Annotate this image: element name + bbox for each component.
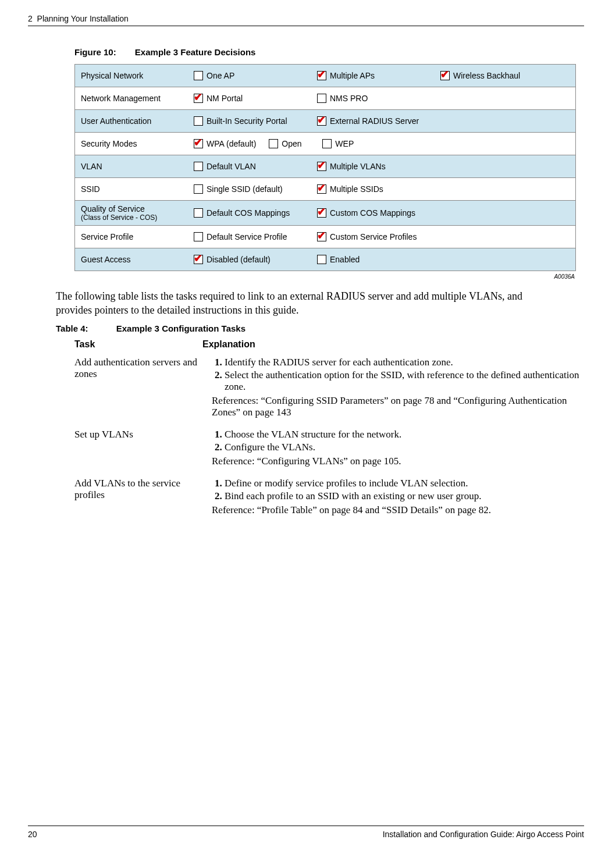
header-task: Task xyxy=(74,339,202,350)
decision-option-label: NMS PRO xyxy=(330,94,368,103)
config-task-reference: Reference: “Profile Table” on page 84 an… xyxy=(212,504,581,516)
config-task-step: Define or modify service profiles to inc… xyxy=(225,478,581,489)
decision-row-label-text: Security Modes xyxy=(81,139,137,148)
decision-row-label: Network Management xyxy=(75,90,191,106)
decision-option: Multiple VLANs xyxy=(317,162,428,171)
config-task-step: Configure the VLANs. xyxy=(225,442,581,453)
config-task-step: Select the authentication option for the… xyxy=(225,369,581,393)
checkbox-checked-icon xyxy=(317,232,326,241)
config-task-explanation: Identify the RADIUS server for each auth… xyxy=(212,357,581,418)
checkbox-unchecked-icon xyxy=(317,94,326,103)
checkbox-unchecked-icon xyxy=(194,162,203,171)
config-task-steps: Identify the RADIUS server for each auth… xyxy=(212,357,581,393)
decision-option-label: Default COS Mappings xyxy=(207,208,290,218)
decision-option: Disabled (default) xyxy=(194,255,304,264)
config-task-steps: Define or modify service profiles to inc… xyxy=(212,478,581,502)
decision-row-label-text: VLAN xyxy=(81,162,102,171)
decision-option-label: WEP xyxy=(335,139,354,148)
decision-option-label: Multiple VLANs xyxy=(330,162,386,171)
decision-option-label: Wireless Backhaul xyxy=(453,71,520,80)
decision-row: Guest AccessDisabled (default)Enabled xyxy=(75,248,575,271)
decision-option-label: One AP xyxy=(207,71,234,80)
decision-option-label: Built-In Security Portal xyxy=(207,116,287,126)
checkbox-checked-icon xyxy=(194,255,203,264)
checkbox-unchecked-icon xyxy=(317,255,326,264)
decision-row-options: NM PortalNMS PRO xyxy=(191,90,575,106)
config-task-reference: Reference: “Configuring VLANs” on page 1… xyxy=(212,456,581,467)
doc-title: Installation and Configuration Guide: Ai… xyxy=(383,830,584,839)
checkbox-checked-icon xyxy=(317,208,326,218)
config-task-step: Identify the RADIUS server for each auth… xyxy=(225,357,581,368)
checkbox-unchecked-icon xyxy=(194,232,203,241)
config-task-explanation: Define or modify service profiles to inc… xyxy=(212,478,581,516)
checkbox-checked-icon xyxy=(194,139,203,148)
decision-option: One AP xyxy=(194,71,304,80)
decision-option-label: External RADIUS Server xyxy=(330,116,419,126)
decision-row-label: Quality of Service(Class of Service - CO… xyxy=(75,201,191,225)
page-number: 20 xyxy=(28,830,37,839)
decision-option: WPA (default) xyxy=(194,139,256,148)
config-task-row: Set up VLANsChoose the VLAN structure fo… xyxy=(74,425,581,474)
config-task-name: Add VLANs to the service profiles xyxy=(74,478,212,516)
checkbox-unchecked-icon xyxy=(194,184,203,194)
checkbox-checked-icon xyxy=(317,71,326,80)
checkbox-unchecked-icon xyxy=(322,139,332,148)
config-task-row: Add authentication servers and zonesIden… xyxy=(74,353,581,425)
decision-option-label: Custom Service Profiles xyxy=(330,232,417,241)
config-task-reference: References: “Configuring SSID Parameters… xyxy=(212,395,581,418)
config-task-row: Add VLANs to the service profilesDefine … xyxy=(74,474,581,523)
decision-option: WEP xyxy=(322,139,433,148)
decision-row-label-text: User Authentication xyxy=(81,116,151,126)
decision-option-label: Default Service Profile xyxy=(207,232,287,241)
decision-option: Open xyxy=(269,139,309,148)
chapter-title: Planning Your Installation xyxy=(37,14,129,23)
decision-option-label: Multiple APs xyxy=(330,71,375,80)
page-header: 2 Planning Your Installation xyxy=(28,14,584,26)
checkbox-unchecked-icon xyxy=(269,139,278,148)
config-task-step: Bind each profile to an SSID with an exi… xyxy=(225,490,581,502)
decision-row-options: Disabled (default)Enabled xyxy=(191,251,575,268)
config-task-name: Set up VLANs xyxy=(74,429,212,467)
decision-row-options: Built-In Security PortalExternal RADIUS … xyxy=(191,113,575,129)
table-number: Table 4: xyxy=(56,323,88,333)
decision-row-options: Default Service ProfileCustom Service Pr… xyxy=(191,229,575,245)
table-caption: Table 4: Example 3 Configuration Tasks xyxy=(56,323,584,333)
decision-option-label: Enabled xyxy=(330,255,360,264)
decision-row-label: Guest Access xyxy=(75,251,191,268)
decision-option: Default COS Mappings xyxy=(194,208,304,218)
decision-row: VLANDefault VLANMultiple VLANs xyxy=(75,155,575,177)
decision-row-label-text: Network Management xyxy=(81,94,161,103)
decision-row-options: Single SSID (default)Multiple SSIDs xyxy=(191,181,575,197)
decision-row: SSIDSingle SSID (default)Multiple SSIDs xyxy=(75,177,575,200)
decision-option: External RADIUS Server xyxy=(317,116,428,126)
decision-row-options: One APMultiple APsWireless Backhaul xyxy=(191,67,575,84)
checkbox-unchecked-icon xyxy=(194,71,203,80)
config-task-name: Add authentication servers and zones xyxy=(74,357,212,418)
decision-option: Default VLAN xyxy=(194,162,304,171)
feature-decision-table: Physical NetworkOne APMultiple APsWirele… xyxy=(74,64,576,271)
figure-id-code: A0036A xyxy=(74,271,575,286)
decision-row-options: Default VLANMultiple VLANs xyxy=(191,158,575,175)
config-task-explanation: Choose the VLAN structure for the networ… xyxy=(212,429,581,467)
checkbox-unchecked-icon xyxy=(194,208,203,218)
decision-option-label: Multiple SSIDs xyxy=(330,184,383,194)
config-task-steps: Choose the VLAN structure for the networ… xyxy=(212,429,581,453)
figure-number: Figure 10: xyxy=(74,47,116,57)
checkbox-checked-icon xyxy=(317,162,326,171)
decision-option: Enabled xyxy=(317,255,428,264)
decision-row-options: WPA (default)OpenWEP xyxy=(191,136,575,152)
header-explanation: Explanation xyxy=(202,339,581,350)
decision-row: Physical NetworkOne APMultiple APsWirele… xyxy=(75,65,575,87)
checkbox-checked-icon xyxy=(317,116,326,126)
decision-option: Multiple SSIDs xyxy=(317,184,428,194)
config-task-table: Task Explanation Add authentication serv… xyxy=(74,339,581,523)
decision-row-label: VLAN xyxy=(75,158,191,175)
decision-option: Default Service Profile xyxy=(194,232,304,241)
decision-option-label: Open xyxy=(282,139,301,148)
decision-option: Multiple APs xyxy=(317,71,428,80)
decision-row-label-text: Quality of Service xyxy=(81,204,145,214)
decision-row-label: Service Profile xyxy=(75,229,191,245)
page-footer: 20 Installation and Configuration Guide:… xyxy=(28,826,584,839)
decision-row-label: Security Modes xyxy=(75,136,191,152)
checkbox-unchecked-icon xyxy=(194,116,203,126)
